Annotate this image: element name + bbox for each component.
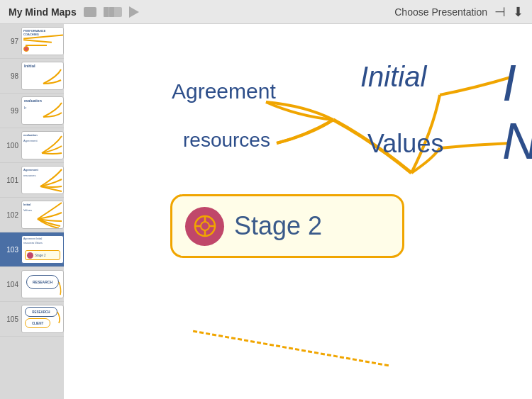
- download-icon[interactable]: ⬇: [513, 4, 523, 20]
- video-icon[interactable]: [129, 6, 139, 18]
- top-bar-right: Choose Presentation ⊣ ⬇: [394, 4, 523, 20]
- slide-item-102[interactable]: 102 Initial Values: [0, 198, 64, 232]
- slide-item-98[interactable]: 98 Initial: [0, 59, 64, 94]
- square-icon[interactable]: [84, 7, 96, 17]
- choose-presentation-label[interactable]: Choose Presentation: [394, 6, 487, 18]
- stage2-box: Stage 2: [170, 194, 404, 258]
- slide-number-98: 98: [3, 72, 18, 80]
- top-bar-left: My Mind Maps: [9, 6, 139, 18]
- slide-number-103: 103: [3, 246, 18, 254]
- slide-number-99: 99: [3, 107, 18, 115]
- slide-thumb-97: PERFORMANCECOACHING: [21, 27, 64, 55]
- slide-thumb-103: Agreement Initial resources Values Stage…: [21, 235, 64, 264]
- slide-thumb-104: RESEARCH: [21, 270, 64, 298]
- stage2-icon: [185, 207, 224, 246]
- slide-item-103[interactable]: 103 Agreement Initial resources Values S…: [0, 232, 64, 267]
- slide-item-101[interactable]: 101 Agreement resources: [0, 163, 64, 198]
- sidebar: 97 PERFORMANCECOACHING 98 Initial: [0, 24, 64, 399]
- slide-number-97: 97: [3, 38, 18, 45]
- slide-thumb-105: RESEARCH CLIENT: [21, 305, 64, 333]
- app-title: My Mind Maps: [9, 6, 77, 18]
- main-canvas: Agreement resources Initial Values I N S…: [64, 24, 532, 399]
- main-layout: 97 PERFORMANCECOACHING 98 Initial: [0, 24, 532, 399]
- slide-item-105[interactable]: 105 RESEARCH CLIENT: [0, 302, 64, 337]
- slide-number-101: 101: [3, 176, 18, 184]
- slide-item-104[interactable]: 104 RESEARCH: [0, 267, 64, 302]
- crosshair-icon: [193, 214, 217, 238]
- stage2-label: Stage 2: [234, 211, 322, 241]
- slide-thumb-98: Initial: [21, 62, 64, 90]
- slide-thumb-99: evaluation Ir: [21, 96, 64, 125]
- export-icon[interactable]: ⊣: [494, 4, 506, 20]
- slide-thumb-101: Agreement resources: [21, 166, 64, 194]
- top-bar: My Mind Maps Choose Presentation ⊣ ⬇: [0, 0, 532, 24]
- slide-item-100[interactable]: 100 evaluation Agreement: [0, 128, 64, 163]
- slide-number-102: 102: [3, 211, 18, 219]
- slide-number-100: 100: [3, 142, 18, 150]
- slide-thumb-100: evaluation Agreement: [21, 131, 64, 159]
- slide-number-105: 105: [3, 315, 18, 323]
- slide-item-97[interactable]: 97 PERFORMANCECOACHING: [0, 24, 64, 59]
- grid-icon[interactable]: [104, 7, 122, 17]
- svg-point-1: [201, 222, 209, 230]
- slide-item-99[interactable]: 99 evaluation Ir: [0, 94, 64, 128]
- slide-number-104: 104: [3, 281, 18, 288]
- slide-thumb-102: Initial Values: [21, 201, 64, 229]
